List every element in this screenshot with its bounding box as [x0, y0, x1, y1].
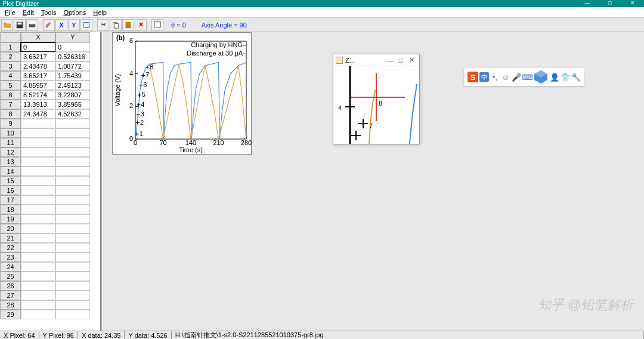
- row-number[interactable]: 7: [0, 100, 21, 109]
- cell-x[interactable]: [21, 243, 55, 252]
- cell-x[interactable]: [21, 272, 55, 281]
- cell-y[interactable]: 3.85965: [55, 100, 90, 109]
- ime-skin-icon[interactable]: 👕: [561, 72, 570, 82]
- save-button[interactable]: [14, 19, 26, 31]
- table-row[interactable]: 713.39133.85965: [0, 100, 100, 109]
- cell-y[interactable]: [55, 243, 90, 252]
- cell-y[interactable]: [55, 214, 90, 224]
- zoom-button[interactable]: [151, 19, 163, 31]
- cell-x[interactable]: [21, 262, 55, 272]
- y-axis-button[interactable]: Y: [68, 19, 80, 31]
- table-row[interactable]: 16: [0, 186, 100, 195]
- digitize-button[interactable]: [80, 19, 92, 31]
- ime-lang[interactable]: 中: [479, 72, 489, 82]
- cell-y[interactable]: [55, 252, 90, 262]
- table-row[interactable]: 54.869572.49123: [0, 81, 100, 90]
- cell-x[interactable]: 24.3478: [21, 109, 55, 119]
- table-row[interactable]: 23.652170.526316: [0, 52, 100, 61]
- table-row[interactable]: 21: [0, 233, 100, 243]
- cell-x[interactable]: [21, 157, 55, 167]
- row-number[interactable]: 15: [0, 176, 21, 186]
- row-number[interactable]: 19: [0, 214, 21, 224]
- row-number[interactable]: 13: [0, 157, 21, 167]
- ime-cube-icon[interactable]: [533, 69, 549, 85]
- zoom-minimize[interactable]: —: [385, 56, 395, 64]
- cell-x[interactable]: [21, 205, 55, 214]
- table-row[interactable]: 100: [0, 42, 100, 52]
- row-number[interactable]: 21: [0, 233, 21, 243]
- ime-user-icon[interactable]: 👤: [550, 72, 559, 82]
- row-number[interactable]: 9: [0, 119, 21, 128]
- x-axis-button[interactable]: X: [55, 19, 67, 31]
- ime-emoji-icon[interactable]: ☺: [501, 72, 510, 82]
- cell-y[interactable]: [55, 167, 90, 176]
- cell-x[interactable]: 4.86957: [21, 81, 55, 90]
- row-number[interactable]: 28: [0, 300, 21, 310]
- table-row[interactable]: 32.434781.08772: [0, 61, 100, 71]
- row-number[interactable]: 2: [0, 52, 21, 61]
- cell-x[interactable]: [21, 147, 55, 157]
- cell-x[interactable]: [21, 224, 55, 233]
- cell-y[interactable]: 3.22807: [55, 90, 90, 100]
- cell-x[interactable]: [21, 233, 55, 243]
- row-number[interactable]: 14: [0, 167, 21, 176]
- cell-x[interactable]: [21, 252, 55, 262]
- cell-y[interactable]: [55, 272, 90, 281]
- table-row[interactable]: 14: [0, 167, 100, 176]
- menu-tools[interactable]: Tools: [38, 8, 60, 17]
- cell-x[interactable]: [21, 186, 55, 195]
- zoom-close[interactable]: ✕: [406, 56, 417, 64]
- row-number[interactable]: 27: [0, 291, 21, 300]
- table-row[interactable]: 28: [0, 300, 100, 310]
- col-header-x[interactable]: X: [21, 32, 55, 42]
- table-row[interactable]: 29: [0, 310, 100, 319]
- cell-x[interactable]: [21, 167, 55, 176]
- menu-file[interactable]: FFileile: [1, 8, 19, 17]
- cell-y[interactable]: 0: [55, 42, 90, 52]
- table-row[interactable]: 43.652171.75439: [0, 71, 100, 81]
- cell-y[interactable]: 1.75439: [55, 71, 90, 81]
- row-number[interactable]: 4: [0, 71, 21, 81]
- cell-y[interactable]: [55, 138, 90, 147]
- cell-x[interactable]: [21, 214, 55, 224]
- row-number[interactable]: 20: [0, 224, 21, 233]
- row-number[interactable]: 24: [0, 262, 21, 272]
- grid-scrollbar[interactable]: [101, 32, 110, 331]
- cell-x[interactable]: [21, 195, 55, 205]
- row-number[interactable]: 12: [0, 147, 21, 157]
- cell-x[interactable]: 8.52174: [21, 90, 55, 100]
- cell-x[interactable]: [21, 300, 55, 310]
- table-row[interactable]: 18: [0, 205, 100, 214]
- cell-x[interactable]: 3.65217: [21, 52, 55, 61]
- cell-x[interactable]: [21, 138, 55, 147]
- menu-edit[interactable]: Edit: [19, 8, 38, 17]
- row-number[interactable]: 18: [0, 205, 21, 214]
- row-number[interactable]: 10: [0, 128, 21, 138]
- cell-y[interactable]: [55, 233, 90, 243]
- row-number[interactable]: 6: [0, 90, 21, 100]
- row-number[interactable]: 5: [0, 81, 21, 90]
- cell-x[interactable]: [21, 128, 55, 138]
- cell-y[interactable]: [55, 128, 90, 138]
- table-row[interactable]: 26: [0, 281, 100, 291]
- maximize-button[interactable]: □: [599, 0, 621, 7]
- table-row[interactable]: 9: [0, 119, 100, 128]
- cell-x[interactable]: [21, 176, 55, 186]
- sogou-icon[interactable]: S: [467, 72, 478, 82]
- table-row[interactable]: 68.521743.22807: [0, 90, 100, 100]
- zoom-maximize[interactable]: □: [395, 56, 406, 64]
- cell-y[interactable]: [55, 186, 90, 195]
- minimize-button[interactable]: —: [576, 0, 599, 7]
- table-row[interactable]: 10: [0, 128, 100, 138]
- cell-y[interactable]: 2.49123: [55, 81, 90, 90]
- cell-y[interactable]: 4.52632: [55, 109, 90, 119]
- cell-y[interactable]: [55, 195, 90, 205]
- row-number[interactable]: 3: [0, 61, 21, 71]
- cell-y[interactable]: [55, 224, 90, 233]
- cell-y[interactable]: [55, 176, 90, 186]
- table-row[interactable]: 20: [0, 224, 100, 233]
- ime-punct-icon[interactable]: •,: [490, 72, 500, 82]
- row-number[interactable]: 22: [0, 243, 21, 252]
- ime-toolbox-icon[interactable]: 🔧: [571, 72, 581, 82]
- cell-x[interactable]: 2.43478: [21, 61, 55, 71]
